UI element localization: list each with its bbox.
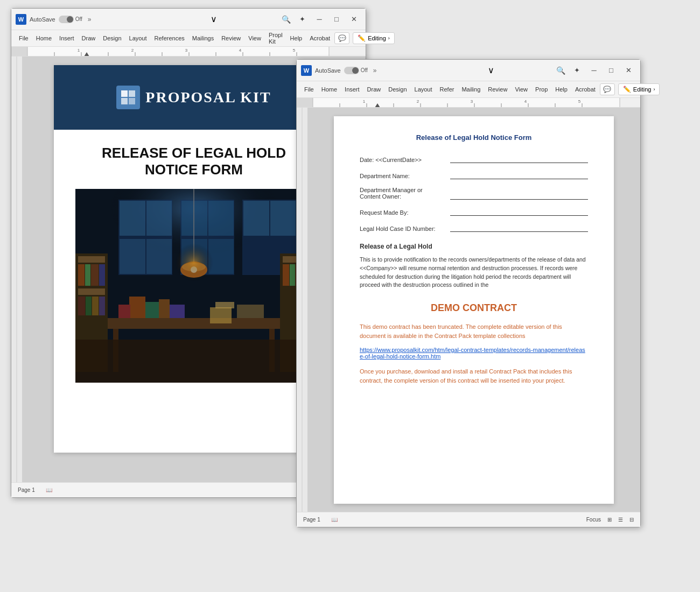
- request-field-line[interactable]: [450, 207, 588, 216]
- page-number-1: Page 1: [18, 487, 35, 493]
- cover-header: PROPOSAL KIT: [54, 65, 334, 130]
- menu-mailings-2[interactable]: Mailing: [458, 84, 484, 94]
- search-icon-2[interactable]: 🔍: [554, 64, 567, 77]
- minimize-btn-1[interactable]: ─: [312, 12, 327, 27]
- title-bar-left-2: W AutoSave Off »: [301, 65, 428, 76]
- print-view-icon-2[interactable]: ⊟: [629, 517, 634, 523]
- pencil-icon-1: ✏️: [358, 34, 366, 42]
- ruler-svg-1: 1 2 3 4 5: [11, 47, 366, 56]
- maximize-btn-1[interactable]: □: [329, 12, 344, 27]
- editing-chevron-1: ›: [388, 36, 390, 41]
- ribbon-actions-2: 💬 ✏️ Editing ›: [600, 83, 660, 95]
- svg-text:5: 5: [293, 48, 296, 53]
- menu-insert-1[interactable]: Insert: [56, 33, 78, 43]
- case-id-field-label: Legal Hold Case ID Number:: [360, 225, 446, 232]
- menu-references-1[interactable]: References: [151, 33, 188, 43]
- menu-propkit-1[interactable]: Propl Kit: [265, 30, 286, 46]
- doc-scroll-2[interactable]: Release of Legal Hold Notice Form Date: …: [307, 108, 640, 512]
- doc-page-1: PROPOSAL KIT RELEASE OF LEGAL HOLD NOTIC…: [54, 65, 334, 453]
- case-id-field-line[interactable]: [450, 223, 588, 232]
- title-down-arrow-2[interactable]: ∨: [488, 65, 494, 75]
- menu-help-2[interactable]: Help: [552, 84, 571, 94]
- menu-home-1[interactable]: Home: [33, 33, 55, 43]
- ruler-1: 1 2 3 4 5: [11, 47, 366, 57]
- title-bar-1: W AutoSave Off » ∨ 🔍 ✦ ─ □ ✕: [11, 9, 366, 30]
- autosave-toggle-1[interactable]: Off: [59, 16, 82, 23]
- pencil-icon-2: ✏️: [623, 86, 631, 93]
- svg-text:3: 3: [185, 48, 188, 53]
- menu-view-2[interactable]: View: [512, 84, 531, 94]
- menu-view-1[interactable]: View: [245, 33, 264, 43]
- toggle-track-2[interactable]: [344, 67, 359, 74]
- menu-draw-2[interactable]: Draw: [364, 84, 384, 94]
- menu-references-2[interactable]: Refer: [437, 84, 458, 94]
- menu-mailings-1[interactable]: Mailings: [189, 33, 217, 43]
- magic-wand-btn-1[interactable]: ✦: [295, 12, 310, 27]
- search-icon-1[interactable]: 🔍: [279, 13, 292, 26]
- menu-review-1[interactable]: Review: [218, 33, 244, 43]
- svg-rect-79: [313, 98, 620, 107]
- doc-reader-icon-2[interactable]: 📖: [331, 517, 338, 523]
- ribbon-menu-1: File Home Insert Draw Design Layout Refe…: [11, 30, 366, 46]
- editing-btn-2[interactable]: ✏️ Editing ›: [618, 83, 660, 95]
- manager-field-line[interactable]: [450, 191, 588, 200]
- request-field-label: Request Made By:: [360, 209, 446, 216]
- form-field-manager: Department Manager orContent Owner:: [360, 187, 588, 200]
- menu-acrobat-1[interactable]: Acrobat: [306, 33, 333, 43]
- ribbon-actions-1: 💬 ✏️ Editing ›: [334, 32, 395, 44]
- close-btn-2[interactable]: ✕: [621, 63, 636, 78]
- date-field-line[interactable]: [450, 154, 588, 163]
- title-chevron-2: »: [371, 67, 379, 74]
- form-body-text: This is to provide notification to the r…: [360, 256, 588, 290]
- editing-btn-1[interactable]: ✏️ Editing ›: [353, 32, 395, 44]
- svg-text:1: 1: [78, 48, 80, 53]
- dept-field-label: Department Name:: [360, 173, 446, 179]
- title-down-arrow-1[interactable]: ∨: [211, 14, 217, 24]
- svg-rect-24: [129, 90, 135, 97]
- menu-layout-1[interactable]: Layout: [126, 33, 150, 43]
- svg-rect-23: [121, 90, 128, 97]
- editing-chevron-2: ›: [653, 87, 655, 92]
- layout-view-icon-2[interactable]: ⊞: [607, 517, 612, 523]
- form-field-request: Request Made By:: [360, 207, 588, 216]
- svg-text:2: 2: [131, 48, 134, 53]
- reading-view-icon-2[interactable]: ☰: [618, 517, 623, 523]
- doc-reader-icon-1[interactable]: 📖: [46, 487, 52, 493]
- svg-text:4: 4: [524, 99, 527, 104]
- svg-text:1: 1: [363, 99, 366, 104]
- menu-layout-2[interactable]: Layout: [411, 84, 436, 94]
- demo-link[interactable]: https://www.proposalkit.com/htm/legal-co…: [360, 347, 588, 360]
- autosave-toggle-2[interactable]: Off: [344, 67, 368, 74]
- v-ruler-svg-2: [297, 108, 307, 512]
- pk-logo-svg: [120, 89, 136, 105]
- comment-btn-2[interactable]: 💬: [600, 83, 615, 95]
- menu-prop-2[interactable]: Prop: [532, 84, 551, 94]
- menu-acrobat-2[interactable]: Acrobat: [572, 84, 599, 94]
- menu-home-2[interactable]: Home: [318, 84, 340, 94]
- minimize-btn-2[interactable]: ─: [586, 63, 601, 78]
- doc-area-2: Release of Legal Hold Notice Form Date: …: [297, 108, 640, 512]
- form-page-title: Release of Legal Hold Notice Form: [360, 133, 588, 142]
- maximize-btn-2[interactable]: □: [604, 63, 619, 78]
- magic-wand-btn-2[interactable]: ✦: [569, 63, 584, 78]
- menu-file-1[interactable]: File: [16, 33, 32, 43]
- menu-design-1[interactable]: Design: [100, 33, 124, 43]
- menu-review-2[interactable]: Review: [485, 84, 510, 94]
- form-field-date: Date: <<CurrentDate>>: [360, 154, 588, 163]
- comment-btn-1[interactable]: 💬: [334, 32, 349, 44]
- close-btn-1[interactable]: ✕: [346, 12, 361, 27]
- demo-purchase-text: Once you purchase, download and install …: [360, 367, 588, 385]
- toggle-track-1[interactable]: [59, 16, 74, 23]
- focus-label-2[interactable]: Focus: [586, 517, 601, 523]
- menu-insert-2[interactable]: Insert: [341, 84, 363, 94]
- menu-design-2[interactable]: Design: [385, 84, 410, 94]
- svg-rect-2: [27, 47, 329, 56]
- dept-field-line[interactable]: [450, 171, 588, 179]
- menu-help-1[interactable]: Help: [287, 33, 306, 43]
- title-bar-center-1: ∨: [148, 14, 279, 24]
- menu-draw-1[interactable]: Draw: [79, 33, 99, 43]
- svg-text:5: 5: [578, 99, 581, 104]
- menu-file-2[interactable]: File: [301, 84, 317, 94]
- svg-rect-25: [121, 98, 128, 104]
- doc-page-2: Release of Legal Hold Notice Form Date: …: [334, 116, 614, 504]
